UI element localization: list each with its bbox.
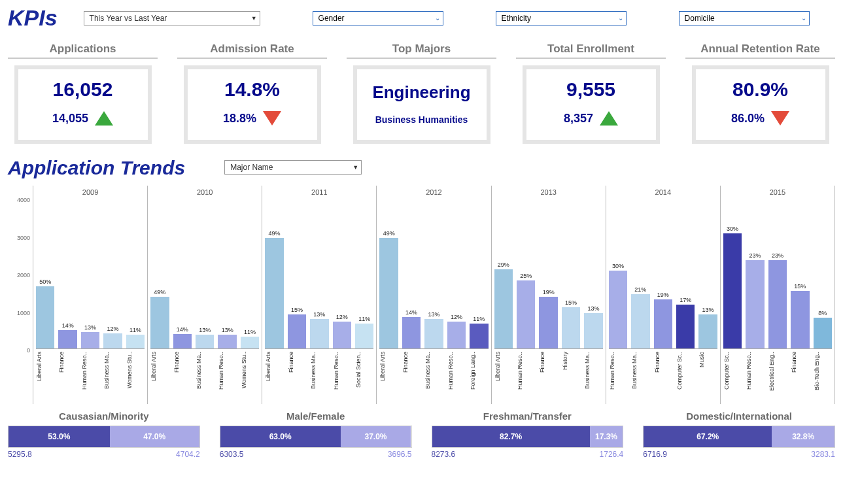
bar-percent-label: 11% xyxy=(473,316,485,322)
year-panel: 201430%21%19%17%13%Human Reso..Business … xyxy=(606,186,721,404)
ratio-bar[interactable]: 82.7%17.3% xyxy=(432,426,624,448)
year-label: 2010 xyxy=(150,186,259,199)
chart-panels: 200950%14%13%12%11%Liberal ArtsFinanceHu… xyxy=(33,186,835,404)
bar[interactable]: 11% xyxy=(355,316,373,348)
year-panel: 201149%15%13%12%11%Liberal ArtsFinanceBu… xyxy=(262,186,377,404)
divider xyxy=(8,58,158,59)
bar[interactable]: 12% xyxy=(447,314,466,348)
chevron-down-icon: ⌄ xyxy=(801,14,806,22)
category-row: Liberal ArtsFinanceHuman Reso..Business … xyxy=(36,352,145,404)
ratio-bar[interactable]: 53.0%47.0% xyxy=(8,426,200,448)
bar[interactable]: 11% xyxy=(470,316,488,348)
category-label: Human Reso.. xyxy=(447,352,466,404)
bar[interactable]: 12% xyxy=(103,326,122,348)
bars-area: 49%15%13%12%11% xyxy=(265,199,373,349)
category-label: Business Ma.. xyxy=(424,352,443,404)
comparison-dropdown[interactable]: This Year vs Last Year ▼ xyxy=(84,11,260,25)
bar[interactable]: 29% xyxy=(494,261,513,348)
ethnicity-dropdown[interactable]: Ethnicity ⌄ xyxy=(496,11,627,25)
year-panel: 201249%14%13%12%11%Liberal ArtsFinanceBu… xyxy=(377,186,491,404)
category-label: Human Reso.. xyxy=(609,352,627,404)
bar[interactable]: 14% xyxy=(402,309,421,348)
bar[interactable]: 8% xyxy=(814,310,832,348)
ratio-right-segment: 47.0% xyxy=(110,426,199,447)
bar[interactable]: 12% xyxy=(333,314,351,348)
bar-percent-label: 23% xyxy=(749,252,761,259)
category-label: Human Reso.. xyxy=(81,352,99,404)
bar[interactable]: 13% xyxy=(698,307,717,348)
bar-rect xyxy=(447,322,466,348)
bar[interactable]: 11% xyxy=(241,329,259,348)
category-label: Liberal Arts xyxy=(265,352,283,404)
ratio-left-value: 5295.8 xyxy=(8,450,32,459)
ratio-footer: 5295.84704.2 xyxy=(8,450,200,459)
bar-percent-label: 13% xyxy=(84,324,96,331)
y-tick: 4000 xyxy=(8,200,33,238)
category-label: Human Reso.. xyxy=(218,352,236,404)
kpi-box: Engineering Business Humanities xyxy=(353,65,490,144)
major-name-dropdown[interactable]: Major Name ▼ xyxy=(224,160,362,175)
bar[interactable]: 30% xyxy=(723,226,742,348)
category-label: Liberal Arts xyxy=(36,352,54,404)
bar[interactable]: 15% xyxy=(562,299,580,348)
bar-rect xyxy=(562,307,580,348)
ratio-bar[interactable]: 63.0%37.0% xyxy=(220,426,412,448)
year-panel: 201049%14%13%13%11%Liberal ArtsFinanceBu… xyxy=(148,186,262,404)
bar-percent-label: 17% xyxy=(680,297,691,303)
comparison-dropdown-label: This Year vs Last Year xyxy=(90,14,251,23)
bar[interactable]: 21% xyxy=(631,286,649,348)
bar[interactable]: 13% xyxy=(81,324,99,348)
year-label: 2015 xyxy=(723,186,832,199)
bar[interactable]: 49% xyxy=(265,230,283,348)
category-label: Liberal Arts xyxy=(150,352,169,404)
bar[interactable]: 23% xyxy=(746,252,764,348)
bar[interactable]: 13% xyxy=(196,327,214,348)
category-label: Music xyxy=(698,352,717,404)
bar[interactable]: 13% xyxy=(310,311,328,348)
bar[interactable]: 30% xyxy=(609,263,627,348)
kpi-box: 14.8% 18.8% xyxy=(184,65,321,144)
category-row: Liberal ArtsFinanceBusiness Ma..Human Re… xyxy=(379,352,488,404)
y-tick: 1000 xyxy=(8,313,33,351)
bar[interactable]: 25% xyxy=(517,273,535,348)
kpi-top-majors: Top Majors Engineering Business Humaniti… xyxy=(347,42,496,144)
bar-rect xyxy=(36,286,54,348)
bar[interactable]: 17% xyxy=(676,297,695,348)
category-label: Business Ma.. xyxy=(584,352,602,404)
kpi-prev: 86.0% xyxy=(731,112,765,126)
bar[interactable]: 49% xyxy=(379,230,398,348)
ratio-footer: 6303.53696.5 xyxy=(220,450,412,459)
bar-rect xyxy=(609,271,627,348)
bar[interactable]: 13% xyxy=(584,305,602,348)
year-panel: 201530%23%23%15%8%Computer Sc..Human Res… xyxy=(721,186,835,404)
category-label: Finance xyxy=(791,352,809,404)
bar[interactable]: 11% xyxy=(126,327,145,348)
category-label: Womens Stu.. xyxy=(126,352,145,404)
bar[interactable]: 13% xyxy=(424,311,443,348)
category-label: Womens Stu.. xyxy=(241,352,259,404)
bar[interactable]: 14% xyxy=(173,326,192,348)
bar-percent-label: 14% xyxy=(405,309,417,316)
bar-percent-label: 25% xyxy=(520,273,532,279)
bar-rect xyxy=(424,319,443,348)
bar[interactable]: 23% xyxy=(768,252,787,348)
bar-percent-label: 11% xyxy=(129,327,141,333)
bar[interactable]: 19% xyxy=(539,289,557,348)
bars-area: 49%14%13%12%11% xyxy=(379,199,488,349)
domicile-dropdown[interactable]: Domicile ⌄ xyxy=(679,11,810,25)
bar-rect xyxy=(103,333,122,348)
ratio-bar[interactable]: 67.2%32.8% xyxy=(643,426,835,448)
category-label: Human Reso.. xyxy=(746,352,764,404)
bar[interactable]: 19% xyxy=(654,292,672,348)
gender-dropdown[interactable]: Gender ⌄ xyxy=(313,11,443,25)
bar[interactable]: 49% xyxy=(150,289,169,348)
bar[interactable]: 50% xyxy=(36,278,54,348)
bar[interactable]: 13% xyxy=(218,327,236,348)
kpi-header: Annual Retention Rate xyxy=(700,42,819,56)
bar[interactable]: 15% xyxy=(288,307,306,348)
bar[interactable]: 15% xyxy=(791,283,809,348)
bar-rect xyxy=(698,314,717,348)
category-label: Business Ma.. xyxy=(103,352,122,404)
bar[interactable]: 14% xyxy=(58,322,77,348)
bar-rect xyxy=(723,233,742,348)
